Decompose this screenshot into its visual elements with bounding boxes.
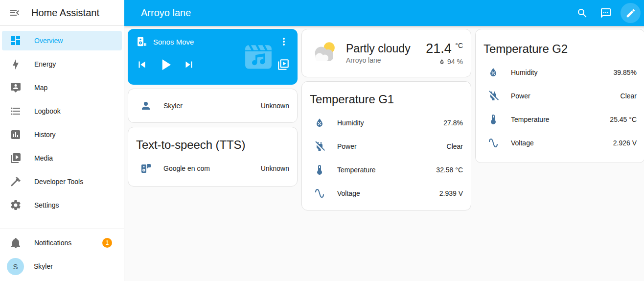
card-title: Temperature G1	[302, 82, 471, 111]
entity-name: Temperature	[511, 116, 550, 123]
column-2: Partly cloudy Arroyo lane 21.4 °C 94 % T…	[301, 29, 471, 211]
entity-value: 39.85%	[614, 69, 637, 76]
tts-card: Text-to-speech (TTS) Google en com Unkno…	[128, 127, 298, 187]
sidebar-item-label: Notifications	[34, 239, 71, 247]
weather-card[interactable]: Partly cloudy Arroyo lane 21.4 °C 94 %	[301, 29, 471, 77]
weather-temperature: 21.4	[426, 41, 452, 56]
entity-rows: Humidity 27.8% Power Clear	[302, 111, 471, 210]
movie-music-watermark-icon	[242, 40, 275, 73]
search-button[interactable]	[571, 1, 594, 25]
play-box-multiple-icon	[10, 152, 22, 164]
entity-value: 2.926 V	[613, 139, 637, 147]
entity-name: Voltage	[337, 189, 360, 197]
weather-summary: Partly cloudy Arroyo lane	[346, 42, 411, 64]
menu-open-icon[interactable]	[9, 7, 21, 19]
tts-entity-name: Google en com	[163, 164, 210, 172]
entity-name: Power	[511, 92, 530, 100]
entity-value: 32.58 °C	[436, 166, 463, 174]
entity-value: 25.45 °C	[610, 116, 637, 123]
card-title: Text-to-speech (TTS)	[128, 127, 297, 157]
sidebar-item-label: Settings	[34, 201, 59, 209]
entity-row-power[interactable]: Power Clear	[302, 135, 471, 158]
person-row[interactable]: Skyler Unknown	[128, 89, 297, 122]
weather-humidity: 94 %	[447, 58, 463, 66]
entity-value: 27.8%	[443, 119, 463, 127]
temperature-g1-card: Temperature G1 Humidity 27.8% Power	[301, 81, 471, 211]
sidebar-item-label: Overview	[34, 37, 63, 45]
entity-value: Clear	[447, 142, 463, 150]
power-plug-off-icon	[487, 90, 499, 102]
entity-row-temperature[interactable]: Temperature 25.45 °C	[476, 108, 644, 131]
sidebar-item-label: Map	[34, 84, 47, 92]
bell-icon	[10, 237, 22, 249]
account-icon	[140, 100, 152, 112]
sidebar-item-map[interactable]: Map	[2, 78, 122, 97]
sidebar-item-settings[interactable]: Settings	[2, 195, 122, 215]
water-percent-icon	[487, 67, 499, 78]
entity-name: Power	[337, 142, 357, 150]
sidebar-bottom: Notifications 1 S Skyler	[0, 229, 124, 281]
notification-badge: 1	[102, 238, 112, 248]
entity-row-voltage[interactable]: Voltage 2.926 V	[476, 131, 644, 155]
sidebar-item-overview[interactable]: Overview	[2, 31, 122, 50]
view-dashboard-icon	[10, 35, 22, 47]
chat-icon	[600, 7, 612, 19]
skip-next-icon[interactable]	[183, 58, 195, 71]
sidebar-item-history[interactable]: History	[2, 125, 122, 144]
sidebar-item-label: History	[34, 131, 56, 139]
tts-row[interactable]: Google en com Unknown	[128, 157, 297, 180]
temperature-g2-card: Temperature G2 Humidity 39.85% Power	[475, 29, 644, 163]
speaker-message-icon	[140, 163, 152, 174]
tts-state: Unknown	[261, 164, 289, 172]
sidebar-item-logbook[interactable]: Logbook	[2, 101, 122, 121]
entity-row-humidity[interactable]: Humidity 39.85%	[476, 61, 644, 84]
entity-row-power[interactable]: Power Clear	[476, 84, 644, 108]
sidebar-item-label: Logbook	[34, 107, 61, 115]
tooltip-account-icon	[10, 82, 22, 94]
assist-button[interactable]	[594, 1, 618, 25]
entity-row-humidity[interactable]: Humidity 27.8%	[302, 111, 471, 135]
browse-media-icon[interactable]	[277, 58, 290, 71]
sidebar-item-energy[interactable]: Energy	[2, 54, 122, 74]
weather-condition: Partly cloudy	[346, 42, 411, 55]
avatar: S	[7, 258, 24, 275]
sidebar-item-label: Developer Tools	[34, 178, 83, 186]
dashboard-view: Sonos Move	[124, 26, 644, 281]
media-player-card[interactable]: Sonos Move	[128, 29, 298, 85]
entity-row-voltage[interactable]: Voltage 2.939 V	[302, 182, 471, 205]
power-plug-off-icon	[314, 140, 325, 152]
search-icon	[576, 7, 588, 19]
entity-row-temperature[interactable]: Temperature 32.58 °C	[302, 158, 471, 182]
sidebar-item-user[interactable]: S Skyler	[2, 257, 122, 276]
app-title: Home Assistant	[31, 7, 99, 19]
thermometer-icon	[487, 114, 499, 125]
humidity-icon	[438, 58, 445, 65]
sidebar-nav: Overview Energy Map Logbook History Medi…	[0, 26, 124, 229]
chart-box-icon	[10, 129, 22, 140]
sidebar-item-media[interactable]: Media	[2, 148, 122, 168]
edit-dashboard-button[interactable]	[621, 3, 641, 23]
speaker-icon	[136, 36, 146, 47]
entity-value: 2.939 V	[439, 189, 463, 197]
sidebar-item-developer-tools[interactable]: Developer Tools	[2, 172, 122, 191]
more-options-icon[interactable]	[278, 36, 290, 47]
list-bulleted-icon	[10, 105, 22, 117]
entity-name: Humidity	[337, 119, 364, 127]
pencil-icon	[625, 8, 636, 19]
person-state: Unknown	[261, 102, 289, 110]
entity-name: Voltage	[511, 139, 534, 147]
column-3: Temperature G2 Humidity 39.85% Power	[475, 29, 644, 163]
entity-name: Humidity	[511, 69, 537, 76]
cog-icon	[10, 199, 22, 211]
skip-previous-icon[interactable]	[136, 58, 148, 71]
water-percent-icon	[314, 117, 325, 129]
dashboard-title: Arroyo lane	[141, 7, 571, 19]
sidebar-item-notifications[interactable]: Notifications 1	[2, 233, 122, 253]
sine-wave-icon	[487, 137, 499, 149]
lightning-bolt-icon	[10, 58, 22, 70]
card-title: Temperature G2	[476, 29, 644, 61]
hammer-icon	[10, 176, 22, 187]
person-name: Skyler	[163, 102, 183, 110]
entity-value: Clear	[621, 92, 637, 100]
play-icon[interactable]	[156, 55, 175, 74]
